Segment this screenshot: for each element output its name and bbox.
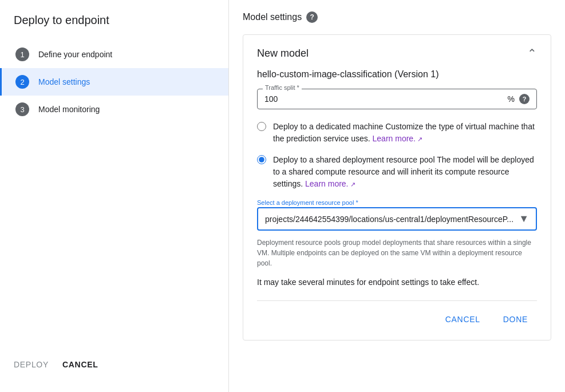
traffic-split-field: Traffic split * % ?	[257, 89, 537, 109]
radio-dedicated-bold: Deploy to a dedicated machine	[273, 122, 383, 131]
left-panel: Deploy to endpoint 1 Define your endpoin…	[0, 0, 229, 392]
radio-dedicated-text: Deploy to a dedicated machine Customize …	[273, 121, 537, 145]
page-title: Deploy to endpoint	[0, 14, 228, 41]
endpoint-settings-info-text: It may take several minutes for endpoint…	[257, 278, 537, 287]
select-resource-pool-value: projects/244642554399/locations/us-centr…	[265, 215, 514, 224]
radio-shared-bold: Deploy to a shared deployment resource p…	[273, 155, 435, 164]
step-label-1: Define your endpoint	[38, 50, 112, 59]
traffic-split-input-row: % ?	[257, 89, 537, 109]
radio-dedicated: Deploy to a dedicated machine Customize …	[257, 121, 537, 145]
step-circle-3: 3	[15, 102, 29, 116]
resource-pool-helper-text: Deployment resource pools group model de…	[257, 237, 537, 268]
deploy-button[interactable]: DEPLOY	[14, 360, 49, 369]
traffic-split-suffix: %	[508, 94, 515, 104]
done-button[interactable]: DONE	[494, 310, 537, 328]
shared-learn-more-link[interactable]: Learn more.	[305, 179, 355, 188]
step-item-1[interactable]: 1 Define your endpoint	[0, 41, 228, 68]
collapse-icon[interactable]: ⌃	[527, 46, 537, 60]
select-resource-pool-container: Select a deployment resource pool * proj…	[257, 199, 537, 231]
step-label-3: Model monitoring	[38, 105, 100, 114]
step-item-3[interactable]: 3 Model monitoring	[0, 96, 228, 123]
cancel-card-button[interactable]: CANCEL	[436, 310, 489, 328]
new-model-header: New model ⌃	[257, 46, 537, 60]
left-actions: DEPLOY CANCEL	[0, 351, 228, 378]
step-label-2: Model settings	[38, 77, 90, 86]
radio-shared-text: Deploy to a shared deployment resource p…	[273, 154, 537, 190]
card-actions: CANCEL DONE	[257, 300, 537, 328]
dedicated-learn-more-link[interactable]: Learn more.	[373, 134, 423, 143]
traffic-split-help-icon[interactable]: ?	[519, 94, 530, 104]
model-name-display: hello-custom-image-classification (Versi…	[257, 69, 537, 80]
help-icon[interactable]: ?	[306, 11, 318, 23]
traffic-split-label: Traffic split *	[263, 84, 302, 91]
traffic-split-input[interactable]	[264, 94, 503, 104]
radio-dedicated-input[interactable]	[257, 122, 266, 131]
new-model-title: New model	[257, 47, 309, 60]
radio-shared-input[interactable]	[257, 155, 266, 164]
new-model-card: New model ⌃ hello-custom-image-classific…	[243, 34, 551, 340]
select-arrow-icon: ▼	[519, 213, 529, 225]
right-panel: Model settings ? New model ⌃ hello-custo…	[229, 0, 565, 392]
step-circle-2: 2	[15, 75, 29, 89]
step-circle-1: 1	[15, 47, 29, 61]
select-resource-pool-label: Select a deployment resource pool *	[257, 199, 537, 206]
model-settings-title: Model settings	[243, 12, 302, 22]
radio-shared: Deploy to a shared deployment resource p…	[257, 154, 537, 190]
select-resource-pool-wrapper[interactable]: projects/244642554399/locations/us-centr…	[257, 207, 537, 231]
model-settings-header: Model settings ?	[243, 11, 551, 23]
step-item-2[interactable]: 2 Model settings	[0, 68, 228, 96]
steps-list: 1 Define your endpoint 2 Model settings …	[0, 41, 228, 351]
cancel-left-button[interactable]: CANCEL	[62, 360, 98, 369]
